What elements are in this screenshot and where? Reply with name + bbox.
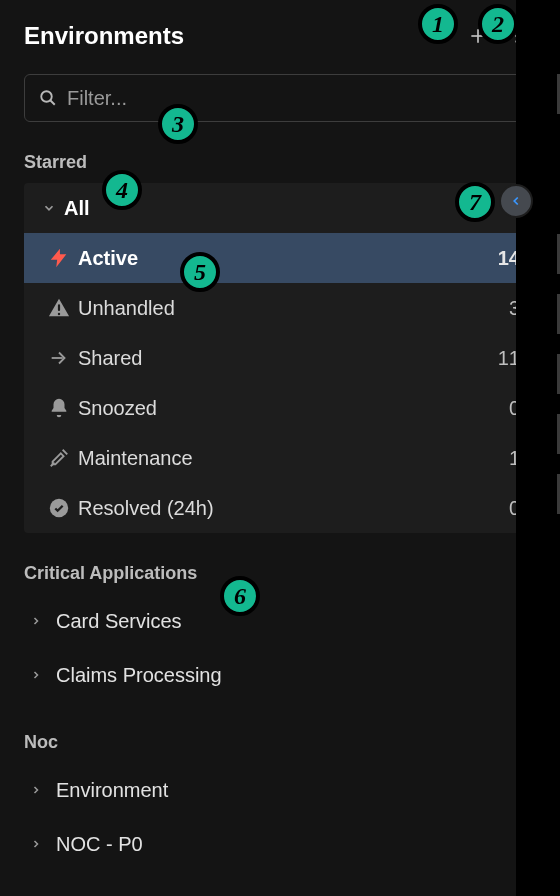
tree-item-label: Shared	[72, 347, 498, 370]
tree-group-label: All	[58, 197, 520, 220]
share-icon	[46, 347, 72, 369]
collapse-sidebar-button[interactable]	[499, 184, 533, 218]
tree-item-label: Maintenance	[72, 447, 509, 470]
filter-field[interactable]	[24, 74, 536, 122]
tree-group-all[interactable]: All	[24, 183, 536, 233]
list-item[interactable]: Claims Processing 3	[24, 648, 536, 702]
warning-icon	[46, 297, 72, 319]
tree-item-label: Snoozed	[72, 397, 509, 420]
chevron-right-icon	[24, 615, 48, 627]
chevron-down-icon	[40, 201, 58, 215]
list-item-label: Claims Processing	[48, 664, 525, 687]
list-item-label: Card Services	[48, 610, 525, 633]
tree-item-maintenance[interactable]: Maintenance 1	[24, 433, 536, 483]
bell-icon	[46, 397, 72, 419]
critical-list: Card Services 0 Claims Processing 3	[0, 594, 560, 702]
add-button[interactable]	[466, 24, 490, 48]
bolt-icon	[46, 247, 72, 269]
list-item-label: Environment	[48, 779, 525, 802]
check-circle-icon	[46, 497, 72, 519]
section-label-critical: Critical Applications	[0, 533, 560, 594]
list-item[interactable]: Environment 2	[24, 763, 536, 817]
environments-sidebar: Environments Starred All	[0, 0, 560, 896]
list-item[interactable]: Card Services 0	[24, 594, 536, 648]
tree-item-active[interactable]: Active 14	[24, 233, 536, 283]
right-edge-strip	[516, 0, 560, 896]
list-item-label: NOC - P0	[48, 833, 525, 856]
filter-input[interactable]	[67, 87, 521, 110]
tree-item-resolved[interactable]: Resolved (24h) 0	[24, 483, 536, 533]
chevron-right-icon	[24, 669, 48, 681]
chevron-right-icon	[24, 784, 48, 796]
tree-item-label: Resolved (24h)	[72, 497, 509, 520]
tools-icon	[46, 447, 72, 469]
tree-item-label: Unhandled	[72, 297, 509, 320]
tree-item-snoozed[interactable]: Snoozed 0	[24, 383, 536, 433]
starred-panel: All Active 14 Unhandled 3 Sh	[24, 183, 536, 533]
search-icon	[39, 89, 57, 107]
svg-line-9	[50, 100, 55, 105]
tree-item-shared[interactable]: Shared 11	[24, 333, 536, 383]
svg-point-8	[41, 91, 52, 102]
section-label-starred: Starred	[0, 122, 560, 183]
tree-item-unhandled[interactable]: Unhandled 3	[24, 283, 536, 333]
chevron-left-icon	[509, 194, 523, 208]
section-label-noc: Noc	[0, 702, 560, 763]
filter-container	[0, 50, 560, 122]
list-item[interactable]: NOC - P0 3	[24, 817, 536, 871]
plus-icon	[468, 26, 488, 46]
page-title: Environments	[24, 22, 184, 50]
tree-item-label: Active	[72, 247, 498, 270]
chevron-right-icon	[24, 838, 48, 850]
header: Environments	[0, 0, 560, 50]
edge-ticks	[550, 54, 560, 896]
starred-tree: All Active 14 Unhandled 3 Sh	[0, 183, 560, 533]
noc-list: Environment 2 NOC - P0 3	[0, 763, 560, 871]
